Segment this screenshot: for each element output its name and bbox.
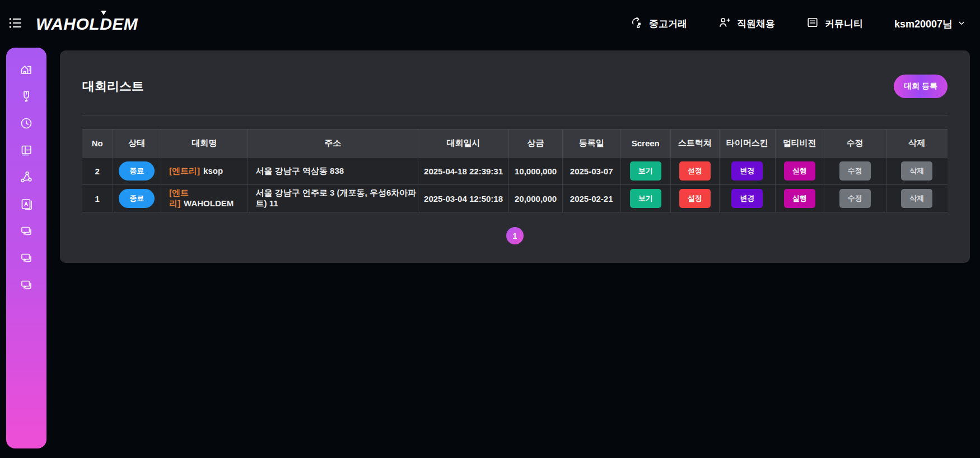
cell-multivision: 실행 <box>775 185 824 212</box>
medal-icon <box>20 90 33 103</box>
sidebar-item-home[interactable] <box>20 63 33 76</box>
nav-label: 커뮤니티 <box>825 17 863 30</box>
network-icon <box>20 170 33 184</box>
topbar: WAHOLDEM 중고거래 직원채용 <box>0 0 980 48</box>
board-chat-icon <box>806 16 819 31</box>
nav-used-trade[interactable]: 중고거래 <box>631 16 687 31</box>
col-screen: Screen <box>620 129 671 158</box>
dictionary-icon <box>20 197 33 211</box>
col-edit: 수정 <box>824 129 886 158</box>
edit-button[interactable]: 수정 <box>839 189 871 208</box>
cell-name: [엔트리]ksop <box>161 158 248 185</box>
tournament-table: No 상태 대회명 주소 대회일시 상금 등록일 Screen 스트럭쳐 타이머… <box>82 129 948 212</box>
person-add-icon <box>718 16 731 31</box>
table-row: 1 종료 [엔트리]WAHOLDEM 서울 강남구 언주로 3 (개포동, 우성… <box>82 185 948 212</box>
col-name: 대회명 <box>161 129 248 158</box>
col-no: No <box>82 129 113 158</box>
multivision-run-button[interactable]: 실행 <box>784 189 815 208</box>
entry-tag: [엔트리] <box>169 166 200 175</box>
sidebar-item-medal[interactable] <box>20 90 33 103</box>
register-tournament-button[interactable]: 대회 등록 <box>894 75 948 98</box>
home-icon <box>20 63 33 76</box>
list-menu-icon <box>8 16 22 32</box>
col-delete: 삭제 <box>886 129 948 158</box>
cell-datetime: 2025-04-18 22:39:31 <box>418 158 508 185</box>
screen-view-button[interactable]: 보기 <box>630 161 661 181</box>
layout-icon <box>20 144 33 157</box>
nav-label: 중고거래 <box>649 17 687 30</box>
col-timerskin: 타이머스킨 <box>719 129 775 158</box>
nav-community[interactable]: 커뮤니티 <box>806 16 863 31</box>
brand-logo[interactable]: WAHOLDEM <box>36 15 142 34</box>
cell-screen: 보기 <box>620 185 671 212</box>
screen-view-button[interactable]: 보기 <box>630 189 661 208</box>
cell-name: [엔트리]WAHOLDEM <box>161 185 248 212</box>
nav-label: 직원채용 <box>737 17 775 30</box>
sidebar-item-layout[interactable] <box>20 144 33 157</box>
cell-timerskin: 변경 <box>719 158 775 185</box>
sidebar-item-chat-3[interactable] <box>20 278 33 292</box>
cell-datetime: 2025-03-04 12:50:18 <box>418 185 508 212</box>
sidebar-item-chat-1[interactable] <box>20 224 33 238</box>
chevron-down-icon <box>958 19 965 29</box>
col-multivision: 멀티비전 <box>775 129 824 158</box>
table-row: 2 종료 [엔트리]ksop 서울 강남구 역삼동 838 2025-04-18… <box>82 158 948 185</box>
timerskin-change-button[interactable]: 변경 <box>731 161 763 181</box>
delete-button[interactable]: 삭제 <box>901 161 932 181</box>
cell-regdate: 2025-02-21 <box>562 185 620 212</box>
cell-no: 2 <box>82 158 113 185</box>
topbar-nav: 중고거래 직원채용 커뮤니티 ksm20007님 <box>631 16 965 31</box>
cell-address: 서울 강남구 언주로 3 (개포동, 우성6차아파트) 11 <box>248 185 418 212</box>
edit-button[interactable]: 수정 <box>839 161 871 181</box>
cell-status: 종료 <box>113 158 161 185</box>
sidebar-item-clock[interactable] <box>20 117 33 130</box>
col-datetime: 대회일시 <box>418 129 508 158</box>
cell-status: 종료 <box>113 185 161 212</box>
user-name: ksm20007님 <box>894 17 953 31</box>
trade-cycle-icon <box>631 16 643 31</box>
cell-delete: 삭제 <box>886 185 948 212</box>
cell-prize: 10,000,000 <box>509 158 563 185</box>
cell-structure: 설정 <box>671 185 720 212</box>
status-badge[interactable]: 종료 <box>119 189 155 208</box>
table-header-row: No 상태 대회명 주소 대회일시 상금 등록일 Screen 스트럭쳐 타이머… <box>82 129 948 158</box>
tournament-name: ksop <box>203 166 223 175</box>
cell-edit: 수정 <box>824 158 886 185</box>
chat-icon <box>20 278 33 292</box>
chat-icon <box>20 251 33 265</box>
status-badge[interactable]: 종료 <box>119 161 155 181</box>
col-status: 상태 <box>113 129 161 158</box>
delete-button[interactable]: 삭제 <box>901 189 932 208</box>
tournament-name: WAHOLDEM <box>184 198 234 208</box>
cell-no: 1 <box>82 185 113 212</box>
sidebar-item-dictionary[interactable] <box>20 197 33 211</box>
pagination: 1 <box>82 227 948 244</box>
cell-edit: 수정 <box>824 185 886 212</box>
col-regdate: 등록일 <box>562 129 620 158</box>
cell-screen: 보기 <box>620 158 671 185</box>
menu-button[interactable] <box>8 16 22 32</box>
page-button-1[interactable]: 1 <box>506 227 524 244</box>
tournament-list-panel: 대회리스트 대회 등록 No 상태 대회명 주소 대회일시 상금 등록일 Scr… <box>60 50 970 263</box>
sidebar-item-network[interactable] <box>20 170 33 184</box>
timerskin-change-button[interactable]: 변경 <box>731 189 763 208</box>
chat-icon <box>20 224 33 238</box>
title-divider <box>82 115 948 115</box>
structure-set-button[interactable]: 설정 <box>679 161 711 181</box>
col-address: 주소 <box>248 129 418 158</box>
cell-address: 서울 강남구 역삼동 838 <box>248 158 418 185</box>
multivision-run-button[interactable]: 실행 <box>784 161 815 181</box>
clock-icon <box>20 117 33 130</box>
page-title: 대회리스트 <box>82 78 144 95</box>
cell-prize: 20,000,000 <box>509 185 563 212</box>
cell-regdate: 2025-03-07 <box>562 158 620 185</box>
sidebar <box>6 48 46 448</box>
nav-recruit[interactable]: 직원채용 <box>718 16 775 31</box>
structure-set-button[interactable]: 설정 <box>679 189 711 208</box>
col-structure: 스트럭쳐 <box>671 129 720 158</box>
col-prize: 상금 <box>509 129 563 158</box>
cell-delete: 삭제 <box>886 158 948 185</box>
sidebar-item-chat-2[interactable] <box>20 251 33 265</box>
cell-timerskin: 변경 <box>719 185 775 212</box>
user-menu[interactable]: ksm20007님 <box>894 17 965 31</box>
